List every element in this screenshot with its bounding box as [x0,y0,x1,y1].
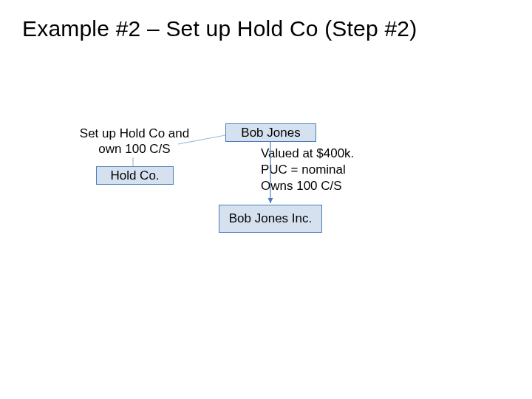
caption-holdco-setup: Set up Hold Co and own 100 C/S [72,126,197,157]
box-hold-co-label: Hold Co. [110,168,159,183]
box-bob-jones-inc: Bob Jones Inc. [219,205,322,233]
annotation-valuation: Valued at $400k. PUC = nominal Owns 100 … [261,146,354,194]
slide-canvas: Example #2 – Set up Hold Co (Step #2) Se… [0,0,532,399]
caption-line-1: Set up Hold Co and [80,126,189,140]
caption-line-2: own 100 C/S [98,142,170,156]
annotation-line-1: Valued at $400k. [261,146,354,160]
slide-title: Example #2 – Set up Hold Co (Step #2) [22,16,417,41]
connector-lines [0,0,532,399]
box-hold-co: Hold Co. [96,166,174,185]
box-bob-jones-label: Bob Jones [241,126,300,140]
box-bob-jones: Bob Jones [225,123,316,142]
box-bob-jones-inc-label: Bob Jones Inc. [229,211,312,226]
annotation-line-3: Owns 100 C/S [261,179,342,193]
annotation-line-2: PUC = nominal [261,163,346,177]
